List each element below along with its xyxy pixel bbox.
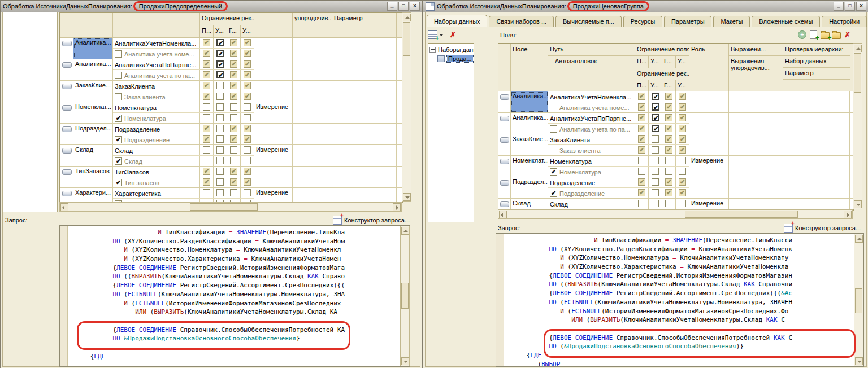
checkbox[interactable] [216, 168, 224, 175]
field-name-cell[interactable]: ЗаказКлие... [73, 81, 113, 102]
checkbox[interactable]: ✔ [652, 93, 659, 100]
row-grip-icon[interactable] [500, 159, 509, 164]
checkbox[interactable]: ✔ [216, 50, 224, 57]
checkbox[interactable] [216, 114, 224, 121]
field-use-checkbox[interactable] [550, 125, 557, 133]
role-cell[interactable] [254, 59, 293, 80]
checkbox[interactable]: ✔ [638, 93, 645, 100]
field-name-cell[interactable]: Аналитика... [511, 113, 548, 134]
checkbox[interactable]: ✔ [638, 103, 645, 111]
field-use-checkbox[interactable] [550, 104, 557, 111]
checkbox[interactable]: ✔ [244, 135, 251, 143]
checkbox[interactable]: ✔ [679, 103, 686, 111]
checkbox[interactable]: ✔ [230, 135, 237, 143]
checkbox[interactable]: ✔ [638, 178, 645, 186]
checkbox[interactable] [216, 135, 224, 143]
checkbox[interactable]: ✔ [665, 189, 672, 196]
table-row[interactable]: СкладСклад✔СкладИзмерение [60, 145, 402, 167]
checkbox[interactable]: ✔ [652, 114, 659, 121]
checkbox[interactable] [216, 189, 224, 196]
checkbox[interactable]: ✔ [203, 168, 210, 175]
field-name-cell[interactable]: Номенклат... [511, 156, 548, 177]
table-row[interactable]: Аналитика...АналитикаУчетаПоПартне...✔✔✔… [60, 59, 402, 81]
role-cell[interactable] [689, 177, 729, 198]
checkbox[interactable] [216, 125, 224, 132]
checkbox[interactable] [665, 200, 672, 207]
tree-root-datasets[interactable]: Наборы данных [428, 45, 474, 54]
right-fields-table[interactable]: ПолеПутьАвтозаголовокОграничение поляП..… [498, 43, 854, 211]
checkbox[interactable]: ✔ [230, 39, 237, 46]
role-cell[interactable] [254, 124, 293, 144]
table-row[interactable]: Подраздел...Подразделение✔✔✔✔Подразделен… [60, 124, 402, 145]
checkbox[interactable]: ✔ [638, 146, 645, 154]
role-cell[interactable]: Измерение [254, 188, 293, 203]
table-row[interactable]: Аналитика...АналитикаУчетаНоменкла...✔✔✔… [60, 38, 402, 59]
checkbox[interactable]: ✔ [665, 178, 672, 186]
checkbox[interactable] [665, 157, 672, 164]
role-cell[interactable] [689, 113, 729, 134]
delete-field-button[interactable]: ✗ [843, 30, 852, 39]
checkbox[interactable]: ✔ [244, 60, 251, 68]
checkbox[interactable] [679, 168, 686, 175]
checkbox[interactable]: ✔ [203, 39, 210, 46]
checkbox[interactable]: ✔ [230, 71, 237, 78]
checkbox[interactable]: ✔ [679, 189, 686, 196]
field-use-checkbox[interactable]: ✔ [115, 115, 122, 122]
checkbox[interactable] [652, 168, 659, 175]
checkbox[interactable]: ✔ [203, 50, 210, 57]
role-cell[interactable]: Измерение [254, 145, 293, 166]
right-query-vscrollbar[interactable] [854, 234, 863, 366]
checkbox[interactable] [652, 157, 659, 164]
tab-Ресурсы[interactable]: Ресурсы [623, 16, 662, 27]
role-cell[interactable] [689, 91, 729, 112]
checkbox[interactable]: ✔ [665, 135, 672, 143]
checkbox[interactable]: ✔ [203, 178, 210, 186]
field-use-checkbox[interactable]: ✔ [115, 157, 122, 165]
tab-Макеты[interactable]: Макеты [713, 16, 750, 27]
checkbox[interactable] [216, 157, 224, 164]
checkbox[interactable] [652, 135, 659, 143]
field-name-cell[interactable]: ЗаказКлие... [511, 134, 548, 155]
checkbox[interactable] [244, 189, 251, 196]
checkbox[interactable] [230, 146, 237, 154]
checkbox[interactable] [638, 168, 645, 175]
right-table-vscrollbar[interactable] [853, 43, 862, 209]
checkbox[interactable] [244, 157, 251, 164]
checkbox[interactable] [652, 178, 659, 186]
checkbox[interactable]: ✔ [244, 39, 251, 46]
checkbox[interactable]: ✔ [652, 103, 659, 111]
table-row[interactable]: Аналитика...АналитикаУчетаНоменкла...✔✔✔… [498, 91, 853, 113]
row-grip-icon[interactable] [62, 191, 72, 196]
checkbox[interactable] [203, 103, 210, 111]
field-name-cell[interactable]: Подраздел... [511, 177, 548, 198]
left-query-constructor-link[interactable]: Конструктор запроса... [333, 216, 410, 225]
field-use-checkbox[interactable] [115, 50, 122, 58]
role-cell[interactable]: Измерение [254, 102, 293, 123]
checkbox[interactable]: ✔ [230, 125, 237, 132]
right-query-editor[interactable]: И ТипКлассификации = ЗНАЧЕНИЕ(Перечислен… [496, 233, 864, 367]
add-folder-button[interactable] [820, 30, 830, 39]
checkbox[interactable] [638, 200, 645, 207]
field-name-cell[interactable]: Склад [73, 145, 113, 166]
checkbox[interactable]: ✔ [638, 135, 645, 143]
checkbox[interactable]: ✔ [665, 103, 672, 111]
checkbox[interactable]: ✔ [244, 178, 251, 186]
checkbox[interactable] [216, 103, 224, 111]
right-window-titlebar[interactable]: Обработка ИсточникиДанныхПланирования: П… [423, 1, 868, 12]
checkbox[interactable]: ✔ [665, 125, 672, 132]
checkbox[interactable]: ✔ [679, 178, 686, 186]
row-grip-icon[interactable] [500, 116, 509, 121]
delete-dataset-button[interactable]: ✗ [448, 30, 458, 39]
checkbox[interactable]: ✔ [230, 178, 237, 186]
checkbox[interactable] [652, 200, 659, 207]
checkbox[interactable]: ✔ [638, 189, 645, 196]
field-name-cell[interactable]: Склад [511, 199, 548, 209]
checkbox[interactable]: ✔ [203, 135, 210, 143]
tab-Настройки[interactable]: Настройки [822, 16, 867, 27]
add-auto-field-button[interactable] [809, 30, 818, 39]
checkbox[interactable]: ✔ [216, 60, 224, 68]
field-name-cell[interactable]: Аналитика... [73, 59, 113, 80]
checkbox[interactable] [679, 200, 686, 207]
row-grip-icon[interactable] [62, 148, 72, 154]
checkbox[interactable]: ✔ [665, 114, 672, 121]
